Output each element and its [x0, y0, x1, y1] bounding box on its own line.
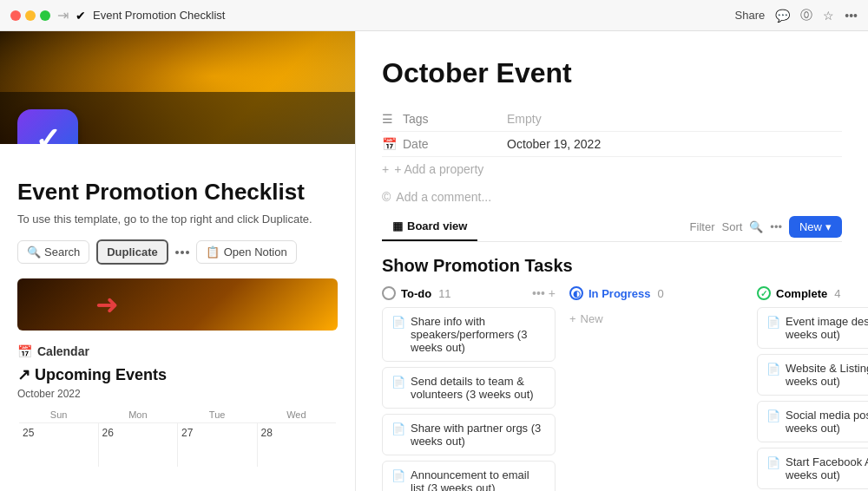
left-panel: ✓ Event Promotion Checklist To use this …: [0, 31, 356, 491]
dot1: [175, 251, 179, 254]
notion-logo-icon: 📋: [206, 245, 220, 259]
share-button[interactable]: Share: [735, 9, 766, 22]
complete-header: ✓ Complete 4: [757, 286, 868, 300]
todo-status-dot: [382, 286, 396, 300]
task-card: 📄 Start Facebook Ads (4 weeks out): [757, 448, 868, 489]
titlebar-left: ⇥ ✔ Event Promotion Checklist: [10, 7, 225, 23]
task-doc-icon: 📄: [766, 363, 780, 376]
task-text: Share info with speakers/performers (3 w…: [411, 315, 546, 354]
task-card: 📄 Send details to team & volunteers (3 w…: [382, 367, 556, 409]
search-button[interactable]: 🔍 Search: [17, 240, 89, 264]
titlebar-right: Share 💬 ⓪ ☆ •••: [735, 8, 858, 23]
filter-button[interactable]: Filter: [690, 220, 715, 233]
task-doc-icon: 📄: [766, 316, 780, 329]
task-card: 📄 Social media posts #1 (4 weeks out): [757, 401, 868, 442]
search-view-icon[interactable]: 🔍: [749, 220, 763, 233]
calendar-icon: 📅: [17, 344, 32, 358]
calendar-row: 25 26 27 28: [19, 422, 336, 467]
star-icon[interactable]: ☆: [823, 9, 834, 23]
date-icon: 📅: [382, 137, 403, 151]
view-more-icon[interactable]: •••: [770, 220, 782, 233]
todo-count: 11: [438, 287, 450, 300]
new-label: New: [799, 220, 822, 233]
task-card: 📄 Share with partner orgs (3 weeks out): [382, 414, 556, 455]
task-text: Start Facebook Ads (4 weeks out): [786, 455, 868, 481]
chevron-down-icon: ▾: [825, 220, 832, 233]
todo-more-btn[interactable]: •••: [532, 286, 545, 300]
inprogress-label: In Progress: [589, 287, 651, 300]
window-controls: [10, 10, 50, 21]
add-property-button[interactable]: + + Add a property: [382, 157, 842, 181]
add-comment-button[interactable]: © Add a comment...: [382, 181, 842, 213]
notion-icon: ✔: [76, 9, 86, 23]
cal-cell-28: 28: [258, 423, 337, 467]
day-wed: Wed: [257, 407, 336, 422]
more-options[interactable]: [175, 251, 189, 254]
date-property: 📅 Date October 19, 2022: [382, 132, 842, 157]
task-text: Announcement to email list (3 weeks out): [411, 468, 546, 491]
date-value[interactable]: October 19, 2022: [507, 137, 601, 151]
date-label: Date: [403, 137, 507, 151]
inprogress-header: ◐ In Progress 0: [569, 286, 743, 300]
task-card: 📄 Event image designs (4 weeks out): [757, 307, 868, 349]
left-content: Event Promotion Checklist To use this te…: [0, 144, 355, 486]
copyright-icon: ©: [382, 190, 391, 204]
titlebar: ⇥ ✔ Event Promotion Checklist Share 💬 ⓪ …: [0, 0, 868, 31]
duplicate-button[interactable]: Duplicate: [96, 239, 168, 265]
add-comment-label: Add a comment...: [396, 190, 491, 204]
calendar-section-header: 📅 Calendar: [17, 344, 338, 358]
main-layout: ✓ Event Promotion Checklist To use this …: [0, 31, 868, 491]
help-icon[interactable]: ⓪: [800, 8, 812, 23]
board-view-tab[interactable]: ▦ Board view: [382, 213, 477, 241]
task-text: Website & Listings (4 weeks out): [786, 362, 868, 388]
new-button[interactable]: New ▾: [789, 216, 842, 238]
open-notion-button[interactable]: 📋 Open Notion: [196, 240, 297, 264]
task-doc-icon: 📄: [391, 376, 405, 389]
app-icon: ✓: [17, 109, 78, 144]
close-dot[interactable]: [10, 10, 21, 21]
action-bar: 🔍 Search Duplicate 📋 Open Notion: [17, 239, 338, 265]
page-title-titlebar: Event Promotion Checklist: [93, 9, 225, 22]
task-doc-icon: 📄: [766, 409, 780, 422]
board-columns: To-do 11 ••• + 📄 Share info with speaker…: [382, 286, 842, 491]
task-text: Share with partner orgs (3 weeks out): [411, 422, 546, 448]
cal-cell-26: 26: [99, 423, 179, 467]
task-doc-icon: 📄: [766, 456, 780, 469]
todo-actions: ••• +: [532, 286, 556, 300]
cal-cell-27: 27: [178, 423, 258, 467]
todo-column: To-do 11 ••• + 📄 Share info with speaker…: [382, 286, 556, 491]
red-arrow-icon: ➜: [95, 288, 119, 321]
day-tue: Tue: [178, 407, 257, 422]
comment-icon[interactable]: 💬: [775, 9, 790, 23]
page-title: Event Promotion Checklist: [17, 179, 338, 206]
sort-button[interactable]: Sort: [721, 220, 742, 233]
cover-image: ✓: [0, 31, 355, 144]
duplicate-label: Duplicate: [107, 245, 158, 259]
board-icon: ▦: [392, 219, 403, 232]
upcoming-title: ↗ Upcoming Events: [17, 365, 338, 384]
day-sun: Sun: [19, 407, 98, 422]
inprogress-add-task[interactable]: + New: [569, 307, 743, 331]
task-doc-icon: 📄: [391, 422, 405, 435]
task-card: 📄 Website & Listings (4 weeks out): [757, 354, 868, 396]
task-doc-icon: 📄: [391, 469, 405, 482]
tags-value[interactable]: Empty: [507, 112, 542, 126]
nav-forward-icon[interactable]: ⇥: [57, 7, 69, 23]
board-view-label: Board view: [407, 219, 467, 232]
calendar-grid: Sun Mon Tue Wed 25 26 27 28: [17, 405, 338, 468]
plus-icon: +: [569, 312, 576, 325]
task-text: Event image designs (4 weeks out): [786, 315, 868, 341]
board-section-title: Show Promotion Tasks: [382, 256, 842, 276]
right-panel: October Event ☰ Tags Empty 📅 Date Octobe…: [356, 31, 868, 491]
tags-icon: ☰: [382, 112, 403, 126]
complete-count: 4: [834, 287, 840, 300]
dot2: [181, 251, 184, 254]
todo-header: To-do 11 ••• +: [382, 286, 556, 300]
arrow-banner: ➜: [17, 278, 338, 331]
minimize-dot[interactable]: [25, 10, 36, 21]
todo-add-btn[interactable]: +: [549, 286, 556, 300]
more-icon[interactable]: •••: [845, 9, 858, 23]
maximize-dot[interactable]: [40, 10, 50, 21]
task-text: Send details to team & volunteers (3 wee…: [411, 375, 546, 401]
page-subtitle: To use this template, go to the top righ…: [17, 213, 338, 226]
